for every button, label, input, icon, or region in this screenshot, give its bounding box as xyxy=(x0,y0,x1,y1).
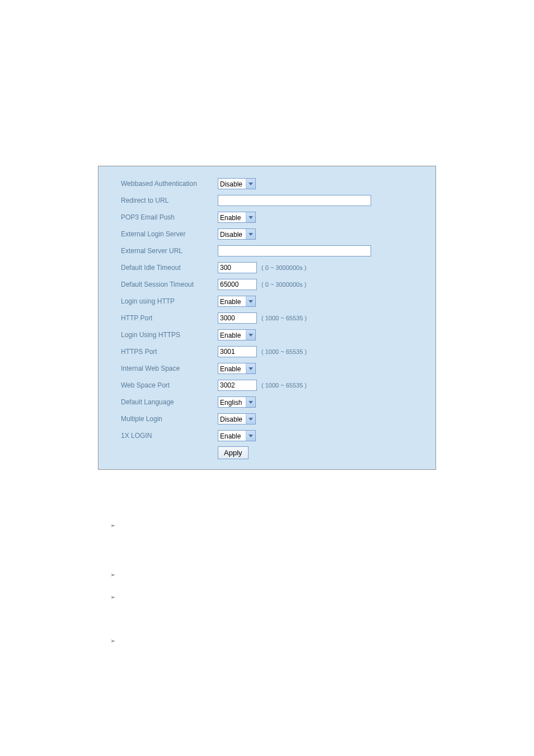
bullet-icon: ➢ xyxy=(110,522,115,529)
row-ext-server-url: External Server URL xyxy=(121,242,435,259)
row-redirect-url: Redirect to URL xyxy=(121,192,435,209)
hint-session-timeout: ( 0 ~ 3000000s ) xyxy=(261,281,306,288)
input-idle-timeout[interactable] xyxy=(218,262,257,273)
select-pop3-push[interactable]: Enable xyxy=(218,212,256,223)
svg-marker-1 xyxy=(249,216,253,219)
select-internal-web-space-value: Enable xyxy=(218,364,241,374)
row-default-language: Default Language English xyxy=(121,394,435,410)
chevron-down-icon xyxy=(246,431,255,441)
select-multiple-login[interactable]: Disable xyxy=(218,413,256,424)
select-1x-login[interactable]: Enable xyxy=(218,430,256,441)
label-pop3-push: POP3 Email Push xyxy=(121,213,218,221)
input-ext-server-url[interactable] xyxy=(218,245,371,256)
settings-panel: Webbased Authentication Disable Redirect… xyxy=(98,166,436,470)
row-internal-web-space: Internal Web Space Enable xyxy=(121,360,435,377)
row-ext-login-server: External Login Server Disable xyxy=(121,226,435,242)
row-idle-timeout: Default Idle Timeout ( 0 ~ 3000000s ) xyxy=(121,259,435,276)
row-1x-login: 1X LOGIN Enable xyxy=(121,427,435,444)
label-1x-login: 1X LOGIN xyxy=(121,432,218,440)
label-https-port: HTTPS Port xyxy=(121,348,218,356)
row-http-port: HTTP Port ( 1000 ~ 65535 ) xyxy=(121,310,435,326)
apply-row: Apply xyxy=(121,446,435,459)
label-web-space-port: Web Space Port xyxy=(121,381,218,389)
svg-marker-6 xyxy=(249,401,253,404)
svg-marker-2 xyxy=(249,233,253,236)
row-https-port: HTTPS Port ( 1000 ~ 65535 ) xyxy=(121,343,435,360)
hint-web-space-port: ( 1000 ~ 65535 ) xyxy=(261,382,307,389)
row-login-http: Login using HTTP Enable xyxy=(121,293,435,310)
input-redirect-url[interactable] xyxy=(218,195,371,206)
label-ext-login-server: External Login Server xyxy=(121,230,218,238)
svg-marker-5 xyxy=(249,367,253,370)
row-multiple-login: Multiple Login Disable xyxy=(121,410,435,427)
chevron-down-icon xyxy=(246,212,255,222)
select-ext-login-server[interactable]: Disable xyxy=(218,228,256,240)
apply-button[interactable]: Apply xyxy=(218,446,249,459)
label-ext-server-url: External Server URL xyxy=(121,247,218,255)
hint-https-port: ( 1000 ~ 65535 ) xyxy=(261,348,307,355)
chevron-down-icon xyxy=(246,229,255,239)
svg-marker-0 xyxy=(249,183,253,185)
label-internal-web-space: Internal Web Space xyxy=(121,365,218,372)
input-session-timeout[interactable] xyxy=(218,279,257,290)
chevron-down-icon xyxy=(246,330,255,340)
row-session-timeout: Default Session Timeout ( 0 ~ 3000000s ) xyxy=(121,276,435,293)
svg-marker-7 xyxy=(249,418,253,421)
chevron-down-icon xyxy=(246,296,255,306)
label-login-http: Login using HTTP xyxy=(121,297,218,305)
label-redirect-url: Redirect to URL xyxy=(121,197,218,204)
hint-idle-timeout: ( 0 ~ 3000000s ) xyxy=(261,264,306,271)
bullet-icon: ➢ xyxy=(110,637,115,645)
chevron-down-icon xyxy=(246,397,255,407)
select-login-https-value: Enable xyxy=(218,330,241,340)
svg-marker-3 xyxy=(249,300,253,303)
label-http-port: HTTP Port xyxy=(121,314,218,322)
select-pop3-push-value: Enable xyxy=(218,213,241,223)
label-idle-timeout: Default Idle Timeout xyxy=(121,264,218,272)
select-webbased-auth-value: Disable xyxy=(218,179,242,189)
chevron-down-icon xyxy=(246,414,255,424)
label-multiple-login: Multiple Login xyxy=(121,415,218,423)
row-web-space-port: Web Space Port ( 1000 ~ 65535 ) xyxy=(121,377,435,394)
select-webbased-auth[interactable]: Disable xyxy=(218,178,256,189)
select-login-http-value: Enable xyxy=(218,297,241,307)
label-webbased-auth: Webbased Authentication xyxy=(121,180,218,188)
bullet-icon: ➢ xyxy=(110,594,115,601)
svg-marker-4 xyxy=(249,334,253,337)
label-session-timeout: Default Session Timeout xyxy=(121,281,218,288)
bullet-icon: ➢ xyxy=(110,571,115,578)
select-login-http[interactable]: Enable xyxy=(218,296,256,307)
select-default-language-value: English xyxy=(218,398,242,408)
label-login-https: Login Using HTTPS xyxy=(121,331,218,339)
svg-marker-8 xyxy=(249,435,253,437)
row-login-https: Login Using HTTPS Enable xyxy=(121,326,435,343)
chevron-down-icon xyxy=(246,179,255,189)
select-ext-login-server-value: Disable xyxy=(218,230,242,240)
select-login-https[interactable]: Enable xyxy=(218,329,256,340)
input-https-port[interactable] xyxy=(218,346,257,357)
input-http-port[interactable] xyxy=(218,312,257,324)
label-default-language: Default Language xyxy=(121,398,218,406)
select-1x-login-value: Enable xyxy=(218,431,241,441)
select-multiple-login-value: Disable xyxy=(218,414,242,424)
chevron-down-icon xyxy=(246,363,255,374)
row-pop3-push: POP3 Email Push Enable xyxy=(121,209,435,226)
input-web-space-port[interactable] xyxy=(218,380,257,391)
hint-http-port: ( 1000 ~ 65535 ) xyxy=(261,315,307,321)
select-default-language[interactable]: English xyxy=(218,396,256,408)
select-internal-web-space[interactable]: Enable xyxy=(218,363,256,374)
row-webbased-auth: Webbased Authentication Disable xyxy=(121,175,435,192)
